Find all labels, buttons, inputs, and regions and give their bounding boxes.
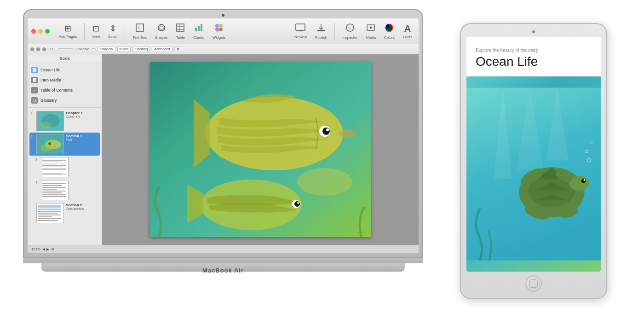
- add-pages-button[interactable]: ⊞ Add Pages: [56, 22, 80, 41]
- charts-button[interactable]: Charts: [190, 21, 207, 41]
- charts-icon: [194, 23, 203, 35]
- preview-button[interactable]: Preview: [291, 22, 309, 41]
- thumb-chapter-2: Section 1: [66, 134, 93, 138]
- fill-input[interactable]: [57, 48, 74, 50]
- colors-icon: [385, 23, 394, 35]
- maximize-button[interactable]: [45, 29, 50, 34]
- fonts-button[interactable]: A Fonts: [400, 22, 415, 41]
- view-label: View: [92, 35, 100, 39]
- anchored-toggle[interactable]: Anchored: [152, 46, 172, 52]
- shapes-button[interactable]: Shapes: [152, 21, 170, 41]
- publish-label: Publish: [315, 35, 327, 40]
- ipad-frame: Explore the beauty of the deep Ocean Lif…: [460, 23, 607, 299]
- media-label: Media: [366, 35, 376, 40]
- svg-point-33: [297, 168, 352, 196]
- nav-fwd2[interactable]: [42, 47, 46, 51]
- ipad-home-button[interactable]: [525, 275, 542, 292]
- widgets-label: Widgets: [213, 35, 226, 40]
- svg-text:T: T: [138, 25, 140, 30]
- thumb-img-1: [36, 111, 64, 131]
- ipad-screen: Explore the beauty of the deep Ocean Lif…: [466, 37, 601, 272]
- toolbar-sep-3: [334, 23, 335, 40]
- nav-fwd[interactable]: [36, 47, 40, 51]
- svg-point-51: [584, 179, 586, 181]
- inspector-icon: i: [345, 23, 355, 35]
- svg-rect-16: [299, 30, 302, 31]
- table-button[interactable]: Table: [173, 21, 188, 41]
- toc-label: Table of Contents: [40, 88, 73, 93]
- svg-point-14: [219, 28, 223, 31]
- svg-rect-10: [201, 24, 202, 31]
- nav-back[interactable]: [30, 47, 34, 51]
- ocean-life-label: Ocean Life: [40, 68, 61, 72]
- macbook-label: MacBook Air: [23, 267, 423, 274]
- minimize-button[interactable]: [38, 29, 43, 34]
- inline-toggle[interactable]: Inline: [117, 46, 131, 52]
- glossary-icon: AZ: [31, 97, 38, 104]
- svg-text:i: i: [349, 25, 350, 30]
- publish-icon: [316, 23, 326, 35]
- floating-toggle[interactable]: Floating: [132, 46, 150, 52]
- fonts-label: Fonts: [403, 35, 412, 39]
- widgets-icon: [214, 23, 224, 35]
- ipad-subtitle: Explore the beauty of the deep: [476, 48, 592, 53]
- preview-icon: [295, 23, 305, 34]
- svg-point-39: [326, 128, 329, 131]
- extra-toggle[interactable]: ⊠: [174, 46, 182, 52]
- svg-point-12: [219, 24, 223, 28]
- opacity-label: Opacity:: [75, 47, 89, 51]
- macbook-label-regular: MacBook: [202, 267, 234, 274]
- sidebar-item-glossary[interactable]: AZ Glossary: [28, 95, 102, 105]
- colors-button[interactable]: Colors: [381, 21, 397, 41]
- macbook: ⊞ Add Pages ⊡ View ⇕ Scroll: [23, 9, 423, 295]
- thumb-subtitle-2: Fish: [66, 138, 93, 141]
- thumb-page-5[interactable]: 5: [29, 202, 100, 225]
- publish-button[interactable]: Publish: [312, 21, 330, 41]
- format-bar: Fill: Opacity: Shadow Inline Floating An…: [28, 44, 419, 54]
- window-controls: [31, 29, 50, 34]
- svg-point-11: [215, 24, 219, 28]
- sidebar-nav: Ocean Life Intro Media ≡: [28, 63, 102, 108]
- intro-media-label: Intro Media: [40, 78, 61, 82]
- inspector-button[interactable]: i Inspector: [339, 21, 360, 41]
- status-bar: 157% ◀ ▶ ⚙: [28, 245, 419, 253]
- svg-point-45: [297, 202, 299, 204]
- thumb-page-3[interactable]: 3: [34, 156, 100, 179]
- thumb-page-1[interactable]: 1 Chapter 1: [29, 110, 100, 133]
- opacity-input[interactable]: [91, 48, 96, 50]
- toolbar: ⊞ Add Pages ⊡ View ⇕ Scroll: [28, 18, 419, 44]
- widgets-button[interactable]: Widgets: [210, 21, 229, 41]
- sidebar-header: Book: [28, 54, 102, 63]
- table-icon: [176, 23, 185, 35]
- book-icon: [31, 67, 38, 73]
- thumb-img-5: [36, 203, 64, 223]
- ipad: Explore the beauty of the deep Ocean Lif…: [460, 23, 607, 299]
- sidebar: Book Ocean Life: [28, 54, 102, 245]
- sidebar-item-intro-media[interactable]: Intro Media: [28, 75, 102, 85]
- svg-point-30: [40, 145, 52, 152]
- shadow-toggle[interactable]: Shadow: [98, 46, 115, 52]
- svg-point-27: [40, 122, 52, 129]
- sidebar-item-toc[interactable]: ≡ Table of Contents: [28, 85, 102, 95]
- sidebar-item-ocean-life[interactable]: Ocean Life: [28, 65, 102, 75]
- svg-point-31: [48, 142, 51, 145]
- svg-rect-15: [296, 24, 305, 30]
- scroll-button[interactable]: ⇕ Scroll: [105, 22, 120, 41]
- view-button[interactable]: ⊡ View: [89, 22, 103, 41]
- media-button[interactable]: Media: [363, 21, 379, 41]
- svg-rect-8: [195, 28, 197, 31]
- scroll-label: Scroll: [108, 35, 117, 39]
- thumb-page-4[interactable]: 4: [34, 179, 100, 202]
- ipad-image: [466, 76, 601, 272]
- add-pages-icon: ⊞: [64, 23, 71, 34]
- fonts-icon: A: [404, 23, 411, 34]
- svg-rect-9: [198, 26, 200, 31]
- macbook-camera: [222, 14, 224, 17]
- thumb-page-2[interactable]: 2 Section: [29, 133, 100, 156]
- thumb-subtitle-1: Ocean life: [66, 115, 98, 118]
- close-button[interactable]: [31, 29, 36, 34]
- svg-rect-17: [317, 30, 325, 31]
- thumb-num-4: 4: [35, 181, 39, 184]
- text-box-button[interactable]: T Text Box: [130, 21, 150, 41]
- shapes-icon: [157, 23, 166, 35]
